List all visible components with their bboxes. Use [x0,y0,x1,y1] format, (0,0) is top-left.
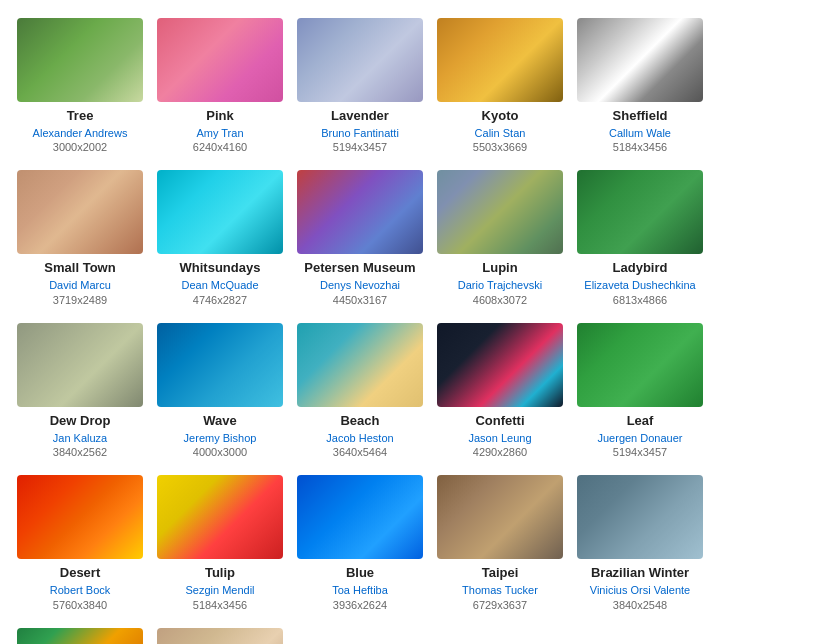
item-author-wave[interactable]: Jeremy Bishop [184,431,257,445]
item-dims-ladybird: 6813x4866 [613,293,667,307]
gallery-item-pink: Pink Amy Tran 6240x4160 [155,18,285,154]
item-title-leaf: Leaf [627,413,654,430]
thumbnail-lavender[interactable] [297,18,423,102]
gallery-item-brazilianwinter: Brazilian Winter Vinicius Orsi Valente 3… [575,475,705,611]
thumbnail-fire[interactable] [17,628,143,644]
item-author-taipei[interactable]: Thomas Tucker [462,583,538,597]
gallery-item-ladybird: Ladybird Elizaveta Dushechkina 6813x4866 [575,170,705,306]
item-author-dewdrop[interactable]: Jan Kaluza [53,431,107,445]
thumbnail-lupin[interactable] [437,170,563,254]
item-dims-wave: 4000x3000 [193,445,247,459]
thumbnail-pink[interactable] [157,18,283,102]
item-author-kyoto[interactable]: Calin Stan [475,126,526,140]
thumbnail-ladybird[interactable] [577,170,703,254]
item-author-lavender[interactable]: Bruno Fantinatti [321,126,399,140]
gallery-item-tulip: Tulip Sezgin Mendil 5184x3456 [155,475,285,611]
item-dims-petersen: 4450x3167 [333,293,387,307]
gallery-item-confetti: Confetti Jason Leung 4290x2860 [435,323,565,459]
item-title-smalltown: Small Town [44,260,115,277]
item-title-brazilianwinter: Brazilian Winter [591,565,689,582]
item-title-dewdrop: Dew Drop [50,413,111,430]
item-dims-blue: 3936x2624 [333,598,387,612]
gallery-item-sheffield: Sheffield Callum Wale 5184x3456 [575,18,705,154]
item-dims-leaf: 5194x3457 [613,445,667,459]
gallery-item-dewdrop: Dew Drop Jan Kaluza 3840x2562 [15,323,145,459]
item-author-brazilianwinter[interactable]: Vinicius Orsi Valente [590,583,690,597]
item-author-ladybird[interactable]: Elizaveta Dushechkina [584,278,695,292]
thumbnail-beach[interactable] [297,323,423,407]
item-dims-sheffield: 5184x3456 [613,140,667,154]
item-dims-dewdrop: 3840x2562 [53,445,107,459]
gallery-item-lavender: Lavender Bruno Fantinatti 5194x3457 [295,18,425,154]
item-title-blue: Blue [346,565,374,582]
thumbnail-sheffield[interactable] [577,18,703,102]
item-author-smalltown[interactable]: David Marcu [49,278,111,292]
photo-gallery: Tree Alexander Andrews 3000x2002 Pink Am… [10,10,810,644]
gallery-item-rose: Rose Vinicius Orsi Valente 3840x2560 [155,628,285,644]
thumbnail-taipei[interactable] [437,475,563,559]
item-title-tree: Tree [67,108,94,125]
gallery-item-desert: Desert Robert Bock 5760x3840 [15,475,145,611]
gallery-item-smalltown: Small Town David Marcu 3719x2489 [15,170,145,306]
item-title-beach: Beach [340,413,379,430]
thumbnail-blue[interactable] [297,475,423,559]
thumbnail-desert[interactable] [17,475,143,559]
gallery-item-blue: Blue Toa Heftiba 3936x2624 [295,475,425,611]
item-title-petersen: Petersen Museum [304,260,415,277]
item-author-confetti[interactable]: Jason Leung [469,431,532,445]
item-author-blue[interactable]: Toa Heftiba [332,583,388,597]
item-dims-tree: 3000x2002 [53,140,107,154]
thumbnail-dewdrop[interactable] [17,323,143,407]
thumbnail-confetti[interactable] [437,323,563,407]
item-author-desert[interactable]: Robert Bock [50,583,111,597]
item-dims-lupin: 4608x3072 [473,293,527,307]
gallery-item-petersen: Petersen Museum Denys Nevozhai 4450x3167 [295,170,425,306]
gallery-item-taipei: Taipei Thomas Tucker 6729x3637 [435,475,565,611]
item-title-lupin: Lupin [482,260,517,277]
thumbnail-tulip[interactable] [157,475,283,559]
item-dims-tulip: 5184x3456 [193,598,247,612]
gallery-item-wave: Wave Jeremy Bishop 4000x3000 [155,323,285,459]
item-author-leaf[interactable]: Juergen Donauer [597,431,682,445]
item-dims-brazilianwinter: 3840x2548 [613,598,667,612]
gallery-item-leaf: Leaf Juergen Donauer 5194x3457 [575,323,705,459]
item-title-taipei: Taipei [482,565,519,582]
item-author-pink[interactable]: Amy Tran [196,126,243,140]
gallery-item-whitsundays: Whitsundays Dean McQuade 4746x2827 [155,170,285,306]
thumbnail-brazilianwinter[interactable] [577,475,703,559]
item-title-kyoto: Kyoto [482,108,519,125]
item-author-tree[interactable]: Alexander Andrews [33,126,128,140]
thumbnail-kyoto[interactable] [437,18,563,102]
gallery-item-tree: Tree Alexander Andrews 3000x2002 [15,18,145,154]
thumbnail-whitsundays[interactable] [157,170,283,254]
item-title-whitsundays: Whitsundays [180,260,261,277]
item-title-tulip: Tulip [205,565,235,582]
thumbnail-petersen[interactable] [297,170,423,254]
item-dims-desert: 5760x3840 [53,598,107,612]
item-dims-taipei: 6729x3637 [473,598,527,612]
item-author-whitsundays[interactable]: Dean McQuade [181,278,258,292]
gallery-item-kyoto: Kyoto Calin Stan 5503x3669 [435,18,565,154]
gallery-item-beach: Beach Jacob Heston 3640x5464 [295,323,425,459]
item-dims-smalltown: 3719x2489 [53,293,107,307]
item-dims-whitsundays: 4746x2827 [193,293,247,307]
item-dims-beach: 3640x5464 [333,445,387,459]
item-author-sheffield[interactable]: Callum Wale [609,126,671,140]
item-title-pink: Pink [206,108,233,125]
thumbnail-tree[interactable] [17,18,143,102]
gallery-item-lupin: Lupin Dario Trajchevski 4608x3072 [435,170,565,306]
item-author-petersen[interactable]: Denys Nevozhai [320,278,400,292]
item-author-beach[interactable]: Jacob Heston [326,431,393,445]
thumbnail-smalltown[interactable] [17,170,143,254]
thumbnail-wave[interactable] [157,323,283,407]
item-title-lavender: Lavender [331,108,389,125]
gallery-item-fire: Fire Vinicius Orsi Valente 5077x3385 [15,628,145,644]
item-dims-kyoto: 5503x3669 [473,140,527,154]
thumbnail-rose[interactable] [157,628,283,644]
item-dims-lavender: 5194x3457 [333,140,387,154]
item-author-lupin[interactable]: Dario Trajchevski [458,278,542,292]
item-title-desert: Desert [60,565,100,582]
thumbnail-leaf[interactable] [577,323,703,407]
item-author-tulip[interactable]: Sezgin Mendil [185,583,254,597]
item-dims-pink: 6240x4160 [193,140,247,154]
